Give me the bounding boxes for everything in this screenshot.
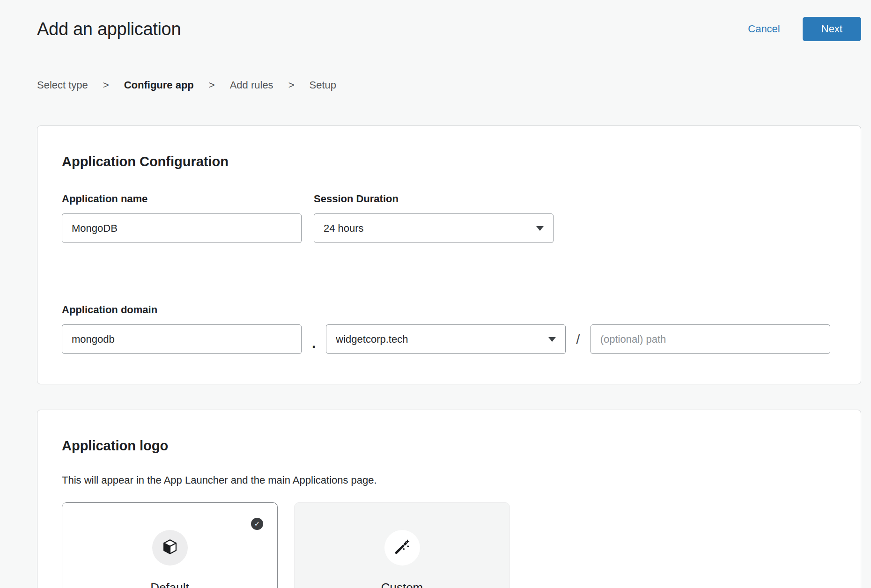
session-duration-field: Session Duration 24 hours: [314, 193, 554, 243]
custom-logo-circle: [384, 530, 420, 566]
step-configure-app[interactable]: Configure app: [124, 79, 194, 92]
step-setup: Setup: [309, 79, 336, 92]
next-button[interactable]: Next: [803, 17, 861, 41]
step-separator: >: [103, 79, 109, 92]
path-input[interactable]: [591, 324, 830, 354]
wand-sparkles-icon: [394, 538, 411, 557]
application-configuration-title: Application Configuration: [62, 154, 836, 169]
application-domain-row: . widgetcorp.tech /: [62, 324, 836, 354]
dot-separator: .: [312, 336, 316, 354]
step-add-rules: Add rules: [230, 79, 273, 92]
logo-option-custom-label: Custom: [381, 581, 423, 588]
step-select-type[interactable]: Select type: [37, 79, 88, 92]
domain-select[interactable]: widgetcorp.tech: [326, 324, 566, 354]
page: Add an application Cancel Next Select ty…: [0, 0, 871, 588]
session-duration-value: 24 hours: [324, 222, 364, 235]
application-name-label: Application name: [62, 193, 302, 205]
wizard-steps: Select type > Configure app > Add rules …: [37, 79, 861, 92]
application-logo-card: Application logo This will appear in the…: [37, 410, 861, 588]
application-logo-description: This will appear in the App Launcher and…: [62, 474, 836, 486]
session-duration-select[interactable]: 24 hours: [314, 213, 554, 243]
logo-option-default[interactable]: ✓ Default: [62, 502, 278, 588]
header-actions: Cancel Next: [748, 17, 861, 41]
cube-icon: [162, 538, 178, 557]
cancel-button[interactable]: Cancel: [748, 23, 780, 35]
logo-option-default-label: Default: [150, 581, 189, 588]
page-header: Add an application Cancel Next: [37, 12, 861, 46]
step-separator: >: [209, 79, 215, 92]
name-session-row: Application name Session Duration 24 hou…: [62, 193, 836, 243]
logo-option-custom[interactable]: Custom: [294, 502, 510, 588]
slash-separator: /: [576, 331, 580, 347]
subdomain-input[interactable]: [62, 324, 302, 354]
step-separator: >: [288, 79, 295, 92]
selected-check-icon: ✓: [251, 518, 263, 530]
logo-options: ✓ Default: [62, 502, 836, 588]
default-logo-circle: [152, 530, 188, 566]
application-name-field: Application name: [62, 193, 302, 243]
session-duration-label: Session Duration: [314, 193, 554, 205]
application-configuration-card: Application Configuration Application na…: [37, 125, 861, 384]
chevron-down-icon: [536, 226, 544, 231]
page-title: Add an application: [37, 19, 181, 39]
chevron-down-icon: [548, 337, 556, 342]
application-domain-label: Application domain: [62, 304, 836, 316]
application-name-input[interactable]: [62, 213, 302, 243]
application-logo-title: Application logo: [62, 438, 836, 454]
domain-select-value: widgetcorp.tech: [336, 333, 408, 345]
